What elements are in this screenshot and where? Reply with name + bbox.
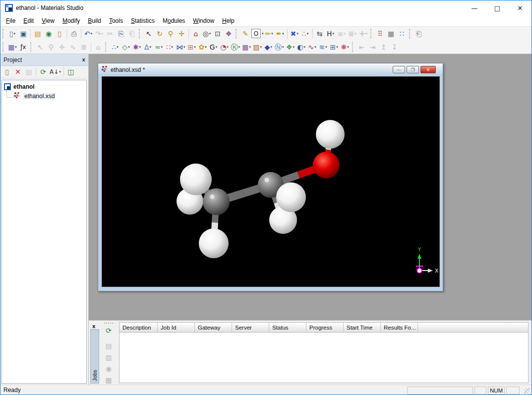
menu-modules[interactable]: Modules xyxy=(159,16,189,26)
module-texture-icon[interactable]: ▩▾ xyxy=(241,42,252,53)
toolbar-drag-handle[interactable] xyxy=(105,42,108,52)
module-cluster-icon[interactable]: ❋▾ xyxy=(340,42,351,53)
toolbar-drag-handle[interactable] xyxy=(409,29,412,39)
element-selector[interactable]: O xyxy=(251,29,261,38)
module-kinetix-caret[interactable]: ▾ xyxy=(238,45,240,49)
atom-color-icon[interactable]: ∷ xyxy=(397,28,408,39)
column-header-description[interactable]: Description xyxy=(119,323,158,333)
sketch-fragment-icon[interactable]: ✒▾ xyxy=(275,28,286,39)
clean-structure-caret[interactable]: ▾ xyxy=(307,32,309,36)
toolbar-drag-handle[interactable] xyxy=(236,29,238,39)
column-header-start-time[interactable]: Start Time xyxy=(344,323,381,333)
module-reflex-caret[interactable]: ▾ xyxy=(314,45,316,49)
menu-view[interactable]: View xyxy=(38,16,59,26)
undo-icon[interactable]: ↶▾ xyxy=(83,28,94,39)
module-polymer-caret[interactable]: ▾ xyxy=(117,45,118,49)
animation-caret[interactable]: ▾ xyxy=(15,45,17,49)
toolbar-drag-handle[interactable] xyxy=(370,29,373,39)
module-crystal-icon[interactable]: ◇▾ xyxy=(120,42,131,53)
doc-restore-button[interactable]: ❐ xyxy=(407,66,419,73)
new-document-caret[interactable]: ▾ xyxy=(14,32,16,36)
module-flask-caret[interactable]: ▾ xyxy=(150,45,152,49)
rebond-icon[interactable]: ⇆ xyxy=(314,28,325,39)
minimize-button[interactable]: — xyxy=(463,0,486,15)
tree-item-root[interactable]: ethanol xyxy=(2,82,86,91)
module-bond-calc-icon[interactable]: ⋈▾ xyxy=(175,42,186,53)
element-selector-caret[interactable]: ▾ xyxy=(262,32,264,36)
module-dmol3-icon[interactable]: ◆▾ xyxy=(263,42,274,53)
module-kinetix-icon[interactable]: Ⓚ▾ xyxy=(230,42,241,53)
menu-window[interactable]: Window xyxy=(189,16,218,26)
module-dftb-icon[interactable]: ⊞▾ xyxy=(186,42,197,53)
module-dmol3-caret[interactable]: ▾ xyxy=(270,45,272,49)
module-shapes-icon[interactable]: ❖▾ xyxy=(285,42,296,53)
module-qmera-caret[interactable]: ▾ xyxy=(303,45,305,49)
new-item-icon[interactable]: ▯ xyxy=(1,66,12,77)
menu-statistics[interactable]: Statistics xyxy=(127,16,159,26)
jobs-toolbar-handle[interactable] xyxy=(104,323,113,324)
module-cluster-caret[interactable]: ▾ xyxy=(347,45,349,49)
module-bond-calc-caret[interactable]: ▾ xyxy=(183,45,185,49)
module-shapes-caret[interactable]: ▾ xyxy=(293,45,295,49)
maximize-button[interactable]: □ xyxy=(486,0,509,15)
column-header-progress[interactable]: Progress xyxy=(306,323,344,333)
fit-view-icon[interactable]: ⊡ xyxy=(212,28,223,39)
module-grid-edit-caret[interactable]: ▾ xyxy=(336,45,338,49)
atom-H[interactable] xyxy=(199,228,229,258)
sketch-atom-icon[interactable]: ✎ xyxy=(240,28,251,39)
sort-icon[interactable]: A↓▾ xyxy=(49,66,62,77)
toolbar-drag-handle[interactable] xyxy=(30,42,33,52)
open-folder-icon[interactable]: ▤ xyxy=(32,28,43,39)
module-castep-icon[interactable]: ◔▾ xyxy=(219,42,230,53)
menu-build[interactable]: Build xyxy=(84,16,105,26)
module-polymer-icon[interactable]: ∴▾ xyxy=(110,42,120,53)
module-crystal-caret[interactable]: ▾ xyxy=(128,45,130,49)
clean-structure-icon[interactable]: ∴▾ xyxy=(300,28,311,39)
module-gulp-icon[interactable]: G▾ xyxy=(208,42,219,53)
module-mesocite-icon[interactable]: ≈▾ xyxy=(153,42,164,53)
module-castep-caret[interactable]: ▾ xyxy=(227,45,229,49)
new-document-icon[interactable]: ▯▾ xyxy=(7,28,18,39)
module-onetep-icon[interactable]: Ⓝ▾ xyxy=(274,42,285,53)
home-view-icon[interactable]: ⌂ xyxy=(190,28,201,39)
document-title-bar[interactable]: ethanol.xsd * —❐✕ xyxy=(98,63,443,76)
auto-adjust-icon[interactable]: ✖▾ xyxy=(289,28,300,39)
module-onetep-caret[interactable]: ▾ xyxy=(282,45,284,49)
resize-grip[interactable] xyxy=(524,388,531,395)
copy-icon[interactable]: ⎘ xyxy=(116,28,126,39)
module-texture-caret[interactable]: ▾ xyxy=(249,45,251,49)
jobs-close-icon[interactable]: x xyxy=(92,324,95,329)
print-icon[interactable]: ⎙ xyxy=(68,28,79,39)
module-mosaic-caret[interactable]: ▾ xyxy=(260,45,262,49)
delete-item-icon[interactable]: ✕ xyxy=(12,66,23,77)
column-header-server[interactable]: Server xyxy=(232,323,269,333)
module-forcite-icon[interactable]: ∷▾ xyxy=(164,42,175,53)
module-amorphous-icon[interactable]: ✱▾ xyxy=(131,42,142,53)
toolbar-drag-handle[interactable] xyxy=(139,29,141,39)
column-header-gateway[interactable]: Gateway xyxy=(195,323,232,333)
sketch-ring-caret[interactable]: ▾ xyxy=(271,32,273,36)
module-sorption-caret[interactable]: ▾ xyxy=(325,45,327,49)
jobs-refresh-icon[interactable]: ⟳ xyxy=(103,325,114,336)
undo-caret[interactable]: ▾ xyxy=(91,32,93,36)
refresh-project-icon[interactable]: ⟳ xyxy=(38,66,49,77)
sketch-ring-icon[interactable]: ✏▾ xyxy=(264,28,275,39)
menu-tools[interactable]: Tools xyxy=(105,16,127,26)
doc-minimize-button[interactable]: — xyxy=(393,66,405,73)
project-close-icon[interactable]: x xyxy=(82,57,85,62)
adjust-hydrogen-icon[interactable]: H▾ xyxy=(325,28,336,39)
label-abc-icon[interactable]: ▦ xyxy=(386,28,397,39)
column-header-job-id[interactable]: Job Id xyxy=(158,323,195,333)
library-book-icon[interactable]: ◫ xyxy=(65,66,76,77)
tree-item-ethanol-xsd[interactable]: ethanol.xsd xyxy=(2,91,86,101)
module-mesocite-caret[interactable]: ▾ xyxy=(161,45,163,49)
toolbar-drag-handle[interactable] xyxy=(2,29,5,39)
jobs-tab[interactable]: Jobs xyxy=(90,329,99,384)
import-globe-icon[interactable]: ◉ xyxy=(43,28,54,39)
animation-icon[interactable]: ▦▾ xyxy=(7,42,18,53)
module-sorption-icon[interactable]: ≋▾ xyxy=(318,42,329,53)
adjust-hydrogen-caret[interactable]: ▾ xyxy=(333,32,335,36)
sketch-fragment-caret[interactable]: ▾ xyxy=(282,32,284,36)
function-fx-icon[interactable]: ƒx xyxy=(18,42,29,53)
module-qmera-icon[interactable]: ◐▾ xyxy=(296,42,307,53)
